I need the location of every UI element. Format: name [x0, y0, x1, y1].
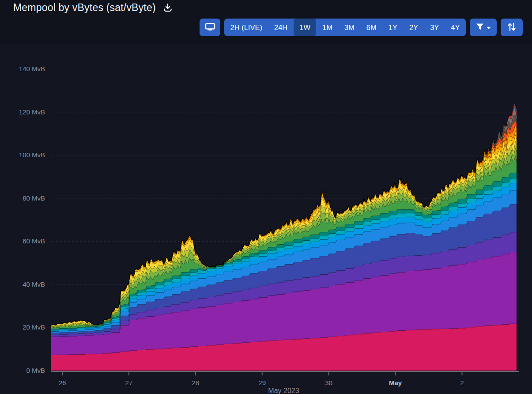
x-axis-label: 26	[59, 379, 66, 386]
x-axis-label: 27	[125, 379, 133, 386]
x-axis-label: 30	[325, 379, 332, 386]
mempool-stacked-area-chart[interactable]: 0 MvB20 MvB40 MvB60 MvB80 MvB100 MvB120 …	[0, 0, 532, 394]
y-axis-label: 100 MvB	[19, 151, 45, 159]
mempool-graphs-page: Mempool by vBytes (sat/vByte) 2H (LIVE)2…	[0, 0, 532, 394]
x-axis-label: May	[389, 379, 402, 386]
y-axis-label: 140 MvB	[19, 65, 45, 72]
x-axis-label: 2	[460, 379, 464, 386]
y-axis-label: 20 MvB	[23, 323, 45, 331]
y-axis-label: 40 MvB	[23, 280, 45, 288]
y-axis-label: 0 MvB	[26, 367, 45, 374]
x-axis-subtitle: May 2023	[268, 387, 299, 394]
x-axis-label: 28	[192, 379, 199, 386]
y-axis-label: 120 MvB	[19, 108, 45, 116]
y-axis-label: 80 MvB	[23, 194, 45, 202]
y-axis-label: 60 MvB	[23, 237, 45, 245]
x-axis-label: 29	[258, 379, 266, 386]
